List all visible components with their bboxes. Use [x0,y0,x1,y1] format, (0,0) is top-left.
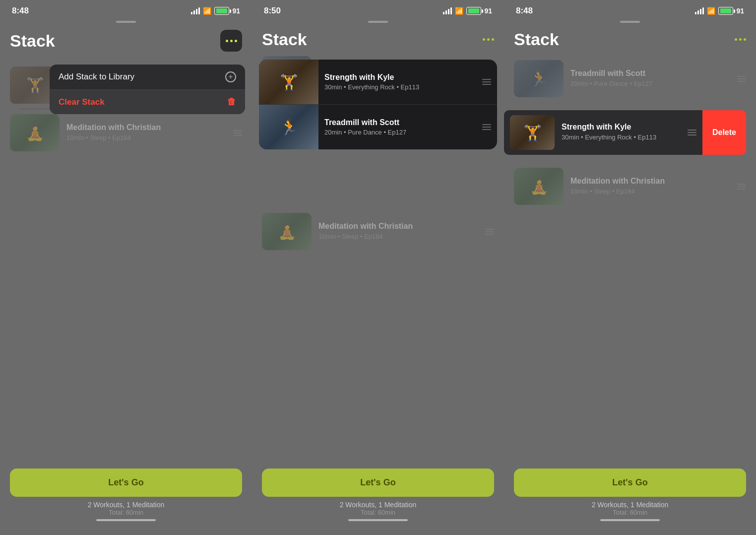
lets-go-button[interactable]: Let's Go [10,468,242,497]
panel-middle: 8:50 📶 91 Stack Tr [252,0,504,535]
list-item: Meditation with Christian 10min • Sleep … [262,208,494,255]
battery-percent: 91 [232,7,240,15]
bottom-bar-right: Let's Go 2 Workouts, 1 Meditation Total:… [504,462,756,535]
battery-percent: 91 [484,7,492,15]
workout-meta: 10min • Sleep • Ep184 [318,232,478,241]
summary-text: 2 Workouts, 1 Meditation [10,501,242,509]
stack-card-thumb [259,60,318,104]
bottom-bar-left: Let's Go 2 Workouts, 1 Meditation Total:… [0,462,252,535]
wifi-icon: 📶 [455,7,463,15]
more-button-right[interactable] [735,38,746,41]
workout-summary: 2 Workouts, 1 Meditation Total: 60min [10,501,242,516]
home-indicator [348,519,408,521]
drag-handle[interactable] [482,79,491,85]
clear-stack-item[interactable]: Clear Stack 🗑 [50,90,245,114]
more-dot-2 [739,38,742,41]
status-bar-middle: 8:50 📶 91 [252,0,504,19]
signal-icon [191,7,200,14]
dropdown-menu-left: Add Stack to Library + Clear Stack 🗑 [50,65,245,114]
more-dot-1 [735,38,737,41]
bottom-bar-middle: Let's Go 2 Workouts, 1 Meditation Total:… [252,462,504,535]
more-dot-2 [487,38,490,41]
swipe-delete-container: Strength with Kyle 30min • Everything Ro… [504,106,756,159]
home-indicator [96,519,156,521]
stack-card-meta: 30min • Everything Rock • Ep113 [324,83,419,91]
workout-list-middle-bottom: Meditation with Christian 10min • Sleep … [252,204,504,259]
status-icons-right: 📶 91 [695,7,744,15]
total-text: Total: 60min [514,509,746,516]
stack-card-name: Strength with Kyle [324,73,419,82]
workout-meta: 20min • Pure Dance • Ep127 [570,79,730,88]
status-bar-left: 8:48 📶 91 [0,0,252,19]
workout-info: Strength with Kyle 30min • Everything Ro… [562,123,681,142]
summary-text: 2 Workouts, 1 Meditation [262,501,494,509]
workout-list-right-top: Treadmill with Scott 20min • Pure Dance … [504,55,756,106]
workout-meta: 30min • Everything Rock • Ep113 [562,133,681,142]
screen-header-right: Stack [504,28,756,55]
wifi-icon: 📶 [707,7,715,15]
workout-summary: 2 Workouts, 1 Meditation Total: 60min [514,501,746,516]
list-item: Treadmill with Scott 20min • Pure Dance … [514,55,746,102]
drag-handle [485,229,494,235]
workout-name: Strength with Kyle [562,123,681,132]
more-dot-3 [235,40,237,42]
summary-text: 2 Workouts, 1 Meditation [514,501,746,509]
wifi-icon: 📶 [203,7,211,15]
stack-card-info: Strength with Kyle 30min • Everything Ro… [318,60,497,104]
drag-handle[interactable] [688,130,696,135]
stack-card-info: Treadmill with Scott 20min • Pure Dance … [318,105,497,149]
status-time-middle: 8:50 [264,6,281,16]
signal-icon [695,7,704,14]
more-button-left[interactable] [220,30,242,52]
workout-item-delete[interactable]: Strength with Kyle 30min • Everything Ro… [504,110,746,155]
battery-icon [718,7,733,15]
drag-handle[interactable] [482,124,491,130]
more-dot-1 [226,40,228,42]
delete-action[interactable]: Delete [702,110,746,155]
add-stack-item[interactable]: Add Stack to Library + [50,65,245,90]
more-dot-3 [744,38,746,41]
workout-item-inner: Strength with Kyle 30min • Everything Ro… [504,110,702,155]
stack-card-item[interactable]: Treadmill with Scott 20min • Pure Dance … [259,105,497,149]
workout-thumb [510,115,555,150]
stack-card-text: Treadmill with Scott 20min • Pure Dance … [324,118,406,136]
status-icons-left: 📶 91 [191,7,240,15]
drag-handle[interactable] [233,130,242,136]
workout-info: Treadmill with Scott 20min • Pure Dance … [570,69,730,88]
lets-go-button[interactable]: Let's Go [262,468,494,497]
trash-icon: 🗑 [227,97,236,107]
drag-handle [737,76,746,82]
workout-name: Treadmill with Scott [570,69,730,78]
pull-handle [620,21,640,23]
signal-icon [443,7,452,14]
workout-thumb [10,114,60,151]
workout-info: Meditation with Christian 10min • Sleep … [570,177,730,196]
stack-card-thumb [259,105,318,149]
stack-cards-overlay: Strength with Kyle 30min • Everything Ro… [259,60,497,149]
drag-handle [737,184,746,190]
add-stack-label: Add Stack to Library [59,72,134,82]
more-button-middle[interactable] [483,38,494,41]
workout-info: Meditation with Christian 10min • Sleep … [66,123,226,142]
workout-name: Meditation with Christian [66,123,226,132]
lets-go-button[interactable]: Let's Go [514,468,746,497]
workout-info: Meditation with Christian 10min • Sleep … [318,222,478,241]
workout-name: Meditation with Christian [570,177,730,186]
workout-thumb [514,168,564,205]
stack-card-item[interactable]: Strength with Kyle 30min • Everything Ro… [259,60,497,105]
workout-thumb [262,213,312,250]
more-dot-2 [230,40,233,42]
plus-circle-icon: + [225,71,236,82]
more-dot-1 [483,38,485,41]
status-time-left: 8:48 [12,6,29,16]
pull-handle [116,21,136,23]
list-item[interactable]: Meditation with Christian 10min • Sleep … [10,109,242,156]
status-icons-middle: 📶 91 [443,7,492,15]
screen-title-left: Stack [10,31,55,51]
total-text: Total: 60min [10,509,242,516]
battery-icon [214,7,229,15]
panel-left: 8:48 📶 91 Stack Add Stack to Libra [0,0,252,535]
panel-right: 8:48 📶 91 Stack Tr [504,0,756,535]
clear-stack-label: Clear Stack [59,97,105,107]
home-indicator [600,519,660,521]
